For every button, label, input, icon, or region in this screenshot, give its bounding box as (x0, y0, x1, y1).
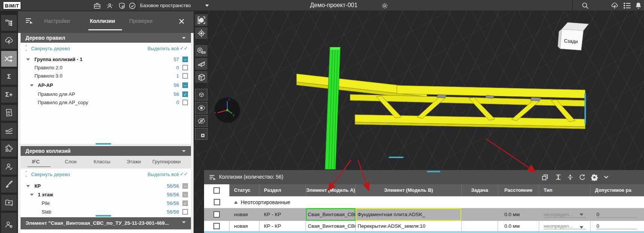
checkbox-checked[interactable] (182, 91, 188, 97)
sidebar-item-collisions[interactable] (1, 51, 17, 67)
collapse-section-icon[interactable] (182, 150, 186, 152)
rules-tree-header[interactable]: Дерево правил (21, 33, 191, 43)
tab-floors[interactable]: Этажи (127, 159, 141, 164)
collapse-rows-icon[interactable] (566, 173, 575, 182)
cell-element-a[interactable]: Свая_Винтовая_СВС_по_ТУ_ (306, 221, 356, 231)
notifications-bell-icon[interactable] (634, 1, 643, 10)
table-row[interactable]: новая КР - КР Свая_Винтовая_СВС_по_ТУ_ П… (204, 221, 644, 232)
checkbox-unchecked[interactable] (182, 65, 188, 70)
column-distance[interactable]: Расстояние (498, 184, 539, 196)
select-all-link[interactable]: Выделить всё (148, 172, 179, 177)
checkbox-indeterminate-gray[interactable] (182, 192, 188, 197)
sidebar-item-sum[interactable]: Σ (1, 69, 17, 85)
row-checkbox[interactable] (214, 199, 220, 205)
cell-element-a-highlighted[interactable]: Свая_Винтовая_СВС_по_ТУ (306, 208, 356, 221)
caret-down-icon[interactable] (30, 194, 34, 196)
sidebar-item-construction[interactable] (1, 177, 17, 193)
dropdown-caret-icon[interactable] (580, 226, 583, 229)
caret-down-icon[interactable] (30, 84, 34, 87)
group-collapse-caret-icon[interactable] (234, 201, 238, 204)
tree-row-collision-group[interactable]: Группа коллизий - 1 57 (21, 55, 191, 64)
tab-classes[interactable]: Классы (94, 159, 110, 164)
checkbox-checked-gray[interactable] (182, 200, 188, 206)
column-element-a[interactable]: Элемент (Модель А) (306, 184, 356, 196)
sidebar-item-users[interactable] (1, 213, 17, 233)
project-settings-gear-icon[interactable] (380, 1, 389, 10)
tab-settings[interactable]: Настройки (44, 18, 70, 24)
sidebar-item-charts[interactable] (1, 123, 17, 139)
checkbox-unchecked[interactable] (182, 100, 188, 105)
table-scroll-indicator[interactable] (427, 171, 440, 172)
nav-cube[interactable] (558, 22, 589, 50)
expand-rows-icon[interactable] (554, 173, 563, 182)
clear-isolation-button[interactable] (195, 128, 207, 140)
tree-row-rule-for-ar[interactable]: Правило для АР 56 (21, 90, 191, 99)
tree-row-rule-for-ar-copy[interactable]: Правило для АР_copy 0 (21, 99, 191, 107)
tab-checks[interactable]: Проверки (129, 18, 152, 24)
tab-grouping[interactable]: Группировки (152, 159, 181, 164)
checkbox-indeterminate-gray[interactable] (182, 183, 188, 189)
app-logo[interactable]: BiMiT (3, 1, 21, 9)
tree-row-floor-1[interactable]: 1 этаж 56/56 (21, 191, 191, 199)
close-panel-icon[interactable]: ✕ (177, 17, 186, 27)
checkbox-indeterminate[interactable] (182, 57, 188, 62)
shield-status-icon[interactable] (118, 1, 126, 10)
show-selected-button[interactable] (195, 89, 207, 100)
select-all-icon[interactable]: ✓✓ (180, 171, 188, 177)
copy-collisions-icon[interactable] (540, 173, 549, 182)
column-task[interactable]: Задача (462, 184, 498, 196)
sidebar-item-approvals[interactable] (1, 159, 17, 175)
focus-target-button[interactable] (195, 27, 207, 39)
tree-row-pile[interactable]: Pile 56/56 (21, 199, 191, 208)
cell-type-dropdown[interactable]: неопредел... (539, 208, 590, 221)
sidebar-item-plugins[interactable] (1, 141, 17, 157)
collapse-panel-icon[interactable] (25, 16, 33, 25)
caret-down-icon[interactable] (26, 58, 30, 61)
column-element-b[interactable]: Элемент (Модель В) (356, 184, 462, 196)
show-elements-eye-button[interactable] (195, 102, 207, 114)
cell-element-b[interactable]: Перекрытие:ADSK_земля:10 (356, 221, 462, 231)
sidebar-item-structure-tree[interactable] (1, 15, 17, 31)
tree-row-rule-3[interactable]: Правило 3.0 1 (21, 72, 191, 80)
table-menu-icon[interactable] (208, 173, 217, 182)
search-icon[interactable] (581, 1, 589, 10)
cell-element-b-highlighted[interactable]: Фундаментная плита:ADSK_ (356, 208, 462, 221)
list-icon[interactable] (623, 1, 631, 10)
column-type[interactable]: Тип (539, 184, 590, 196)
tree-row-kr[interactable]: КР 56/56 (21, 182, 191, 190)
checkbox-indeterminate[interactable] (182, 82, 188, 88)
sidebar-item-2d-sheets[interactable]: 2D (1, 105, 17, 121)
workspace-selector[interactable]: Базовое пространство (140, 3, 191, 8)
panel-scroll-indicator[interactable] (95, 215, 111, 217)
model-tree-icon[interactable] (610, 1, 619, 10)
select-all-icon[interactable]: ✓✓ (180, 45, 188, 51)
cell-allowed-input[interactable]: 0 (590, 221, 644, 231)
sidebar-item-model-tree[interactable] (1, 33, 17, 49)
collapse-section-icon[interactable] (182, 37, 186, 39)
collapse-table-chevron-icon[interactable] (602, 173, 611, 182)
tab-ifc[interactable]: IFC (32, 159, 40, 164)
check-circle-icon[interactable] (128, 1, 136, 10)
collisions-tree-header[interactable]: Дерево коллизий (21, 146, 191, 156)
sidebar-item-export-folder[interactable] (1, 195, 17, 211)
section-plane-button[interactable] (195, 58, 207, 70)
row-checkbox[interactable] (213, 223, 220, 229)
zoom-fit-button[interactable] (195, 14, 207, 26)
tree-row-rule-2[interactable]: Правило 2.0 0 (21, 64, 191, 72)
table-horizontal-scrollbar[interactable] (204, 231, 644, 233)
team-icon[interactable] (106, 1, 114, 10)
hide-elements-eye-off-button[interactable] (195, 115, 207, 127)
group-row-unsorted[interactable]: Неотсортированные (204, 196, 644, 208)
measure-button[interactable] (195, 45, 207, 57)
tab-collisions[interactable]: Коллизии (90, 18, 115, 24)
briefcase-icon[interactable] (93, 1, 101, 10)
column-section[interactable]: Раздел (259, 184, 306, 196)
collapse-tree-link[interactable]: Свернуть дерево (31, 46, 70, 51)
select-all-checkbox[interactable] (213, 187, 220, 194)
tree-row-ar-ar[interactable]: АР-АР 56 (21, 81, 191, 90)
column-status[interactable]: Статус (230, 184, 259, 196)
column-allowed-distance[interactable]: Допустимое ра (590, 184, 644, 196)
refresh-icon[interactable] (578, 173, 587, 182)
checkbox-unchecked[interactable] (182, 73, 188, 79)
table-settings-gear-icon[interactable] (590, 173, 599, 182)
